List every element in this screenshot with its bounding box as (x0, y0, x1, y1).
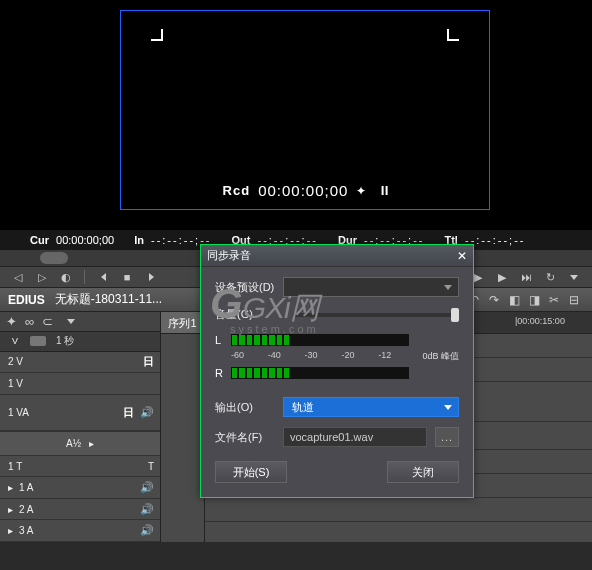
volume-handle[interactable] (451, 308, 459, 322)
preview-frame: Rcd 00:00:00;00 ✦ (120, 10, 490, 210)
track-a1[interactable]: ▸1 A 🔊 (0, 477, 160, 499)
track-a1-label: 1 A (19, 482, 33, 493)
track-t1-text-icon[interactable]: T (148, 461, 154, 472)
sync-record-dialog: 同步录音 ✕ 设备预设(D) 音量(G) L -60 -40 -30 (200, 244, 474, 498)
next-edit-button[interactable]: ⏭ (516, 269, 536, 285)
cur-value: 00:00:00;00 (56, 234, 114, 246)
a-half-label[interactable]: A½▸ (0, 431, 160, 456)
meter-r (231, 367, 409, 379)
mark-in-button[interactable]: ◁ (8, 269, 28, 285)
magnet-icon[interactable]: ⊂ (42, 314, 53, 329)
track-va1-label: 1 VA (8, 407, 29, 418)
track-a3[interactable]: ▸3 A 🔊 (0, 520, 160, 542)
tool-2-button[interactable]: ◨ (524, 292, 544, 308)
loop-button[interactable]: ↻ (540, 269, 560, 285)
dropdown-1-icon[interactable] (564, 269, 584, 285)
sequence-tab[interactable]: 序列1 (161, 312, 204, 334)
ttl-value: --:--:--;-- (465, 234, 525, 246)
volume-slider[interactable] (293, 313, 459, 317)
track-t1[interactable]: 1 T T (0, 456, 160, 478)
filename-label: 文件名(F) (215, 430, 275, 445)
track-v2[interactable]: 2 V 日 (0, 352, 160, 374)
tool-3-button[interactable]: ✂ (544, 292, 564, 308)
ruler-t1: |00:00:15:00 (515, 316, 565, 326)
play-button[interactable] (141, 269, 161, 285)
close-icon[interactable]: ✕ (457, 249, 467, 263)
close-button[interactable]: 关闭 (387, 461, 459, 483)
track-a1-mute-icon[interactable]: 🔊 (140, 481, 154, 494)
time-scale-row: V 1 秒 (0, 332, 160, 352)
link-icon[interactable]: ∞ (25, 314, 34, 329)
track-v1-label: 1 V (8, 378, 23, 389)
filename-input[interactable]: vocapture01.wav (283, 427, 427, 447)
track-v1[interactable]: 1 V (0, 373, 160, 395)
redo-button[interactable]: ↷ (484, 292, 504, 308)
preset-select[interactable] (283, 277, 459, 297)
output-value: 轨道 (292, 400, 314, 415)
preset-label: 设备预设(D) (215, 280, 275, 295)
record-timecode: Rcd 00:00:00;00 ✦ (223, 182, 388, 199)
filename-value: vocapture01.wav (290, 431, 373, 443)
track-t1-label: 1 T (8, 461, 22, 472)
track-va1-mute-icon[interactable]: 🔊 (140, 406, 154, 419)
stop-button[interactable]: ■ (117, 269, 137, 285)
track-va1-solo[interactable]: 日 (123, 405, 134, 420)
rec-tc-value: 00:00:00;00 (258, 182, 348, 199)
db-scale: -60 -40 -30 -20 -12 0dB 峰值 (215, 348, 459, 365)
snap-icon[interactable]: ✦ (6, 314, 17, 329)
tool-4-button[interactable]: ⊟ (564, 292, 584, 308)
side-tab-v[interactable]: V (10, 334, 20, 348)
track-a3-label: 3 A (19, 525, 33, 536)
meter-r-label: R (215, 367, 225, 379)
preview-monitor: Rcd 00:00:00;00 ✦ (0, 0, 592, 230)
dialog-title-bar[interactable]: 同步录音 ✕ (201, 245, 473, 267)
cur-label: Cur (30, 234, 49, 246)
lane-a3[interactable] (205, 522, 592, 542)
browse-button[interactable]: ... (435, 427, 459, 447)
output-select[interactable]: 轨道 (283, 397, 459, 417)
app-name: EDIUS (8, 293, 45, 307)
track-a2-label: 2 A (19, 504, 33, 515)
volume-label: 音量(G) (215, 307, 275, 322)
output-label: 输出(O) (215, 400, 275, 415)
meter-l (231, 334, 409, 346)
mark-out-button[interactable]: ▷ (32, 269, 52, 285)
lane-a2[interactable] (205, 498, 592, 522)
star-icon: ✦ (356, 184, 367, 198)
track-header-toolbar: ✦ ∞ ⊂ (0, 312, 160, 332)
time-scale-value: 1 秒 (56, 334, 74, 348)
level-meter: L -60 -40 -30 -20 -12 0dB 峰值 R (215, 332, 459, 381)
db-end-label: 0dB 峰值 (415, 350, 459, 363)
dialog-title: 同步录音 (207, 248, 251, 263)
track-a2[interactable]: ▸2 A 🔊 (0, 499, 160, 521)
safe-mark-tl (151, 29, 163, 41)
rec-label: Rcd (223, 183, 251, 198)
project-title: 无标题-180311-11... (55, 291, 162, 308)
play-reverse-button[interactable] (93, 269, 113, 285)
in-label: In (134, 234, 144, 246)
sequence-column: 序列1 (160, 312, 205, 542)
tool-1-button[interactable]: ◧ (504, 292, 524, 308)
track-v2-solo[interactable]: 日 (143, 354, 154, 369)
pause-icon (381, 186, 387, 195)
scroll-thumb[interactable] (40, 252, 68, 264)
scale-thumb[interactable] (30, 336, 46, 346)
dd-icon[interactable] (61, 313, 81, 329)
track-header-column: ✦ ∞ ⊂ V 1 秒 2 V 日 1 V 1 VA 日🔊 A½▸ 1 T T … (0, 312, 160, 542)
meter-l-label: L (215, 334, 225, 346)
marker-in-icon[interactable]: ◐ (56, 269, 76, 285)
track-a3-mute-icon[interactable]: 🔊 (140, 524, 154, 537)
track-a2-mute-icon[interactable]: 🔊 (140, 503, 154, 516)
track-v2-label: 2 V (8, 356, 23, 367)
step-fwd-button[interactable]: ▶ (492, 269, 512, 285)
start-button[interactable]: 开始(S) (215, 461, 287, 483)
safe-mark-tr (447, 29, 459, 41)
track-va1[interactable]: 1 VA 日🔊 (0, 395, 160, 431)
